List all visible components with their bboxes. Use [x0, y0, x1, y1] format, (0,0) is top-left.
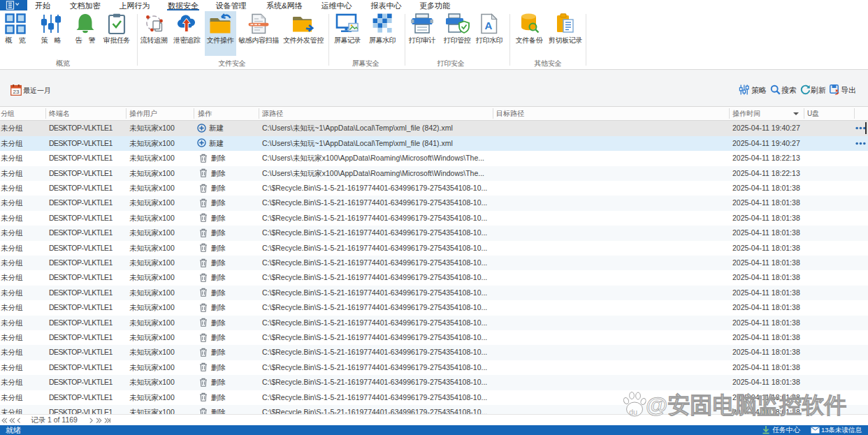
svg-text:du: du [629, 408, 637, 416]
svg-text:23: 23 [13, 89, 20, 95]
svg-text:A: A [485, 20, 493, 31]
